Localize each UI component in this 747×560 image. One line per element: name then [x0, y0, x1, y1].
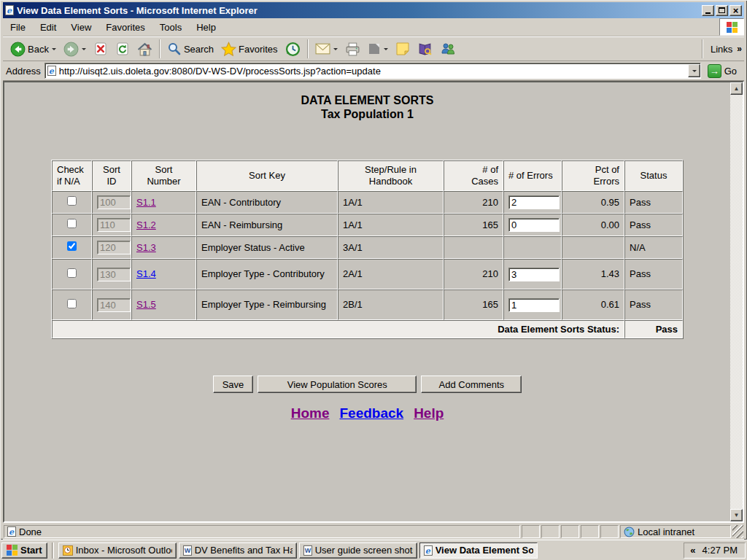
search-label: Search [184, 44, 214, 55]
tray-chevron-button[interactable]: « [690, 545, 695, 556]
save-button[interactable]: Save [213, 376, 254, 393]
back-dropdown-caret[interactable] [52, 48, 56, 50]
home-link[interactable]: Home [291, 405, 330, 421]
task-button-outlook[interactable]: Inbox - Microsoft Outlook [58, 542, 177, 559]
errors-input[interactable] [508, 268, 560, 281]
mail-dropdown-caret[interactable] [333, 48, 338, 50]
header-sort-number: Sort Number [131, 160, 196, 191]
start-button[interactable]: Start [1, 542, 47, 559]
favorites-button[interactable]: Favorites [217, 38, 281, 60]
mail-button[interactable] [311, 38, 341, 60]
print-button[interactable] [341, 38, 364, 60]
forward-icon [63, 42, 79, 57]
sort-number-link[interactable]: S1.2 [136, 219, 156, 230]
feedback-link[interactable]: Feedback [339, 405, 403, 421]
cases-cell: 165 [444, 289, 503, 320]
links-chevron-icon[interactable]: » [737, 44, 741, 54]
menu-view[interactable]: View [63, 18, 98, 36]
sort-number-link[interactable]: S1.3 [136, 242, 156, 253]
pct-cell [562, 236, 624, 259]
sort-number-link[interactable]: S1.4 [136, 268, 156, 279]
address-dropdown-button[interactable] [688, 64, 700, 77]
vertical-scrollbar[interactable]: ▲ ▼ [730, 82, 743, 521]
menu-favorites[interactable]: Favorites [98, 18, 152, 36]
window-title: View Data Element Sorts - Microsoft Inte… [17, 5, 700, 16]
na-checkbox[interactable] [67, 196, 77, 206]
resize-grip[interactable] [732, 525, 743, 538]
task-button-word-1[interactable]: W DV Benefits and Tax Han... [179, 542, 297, 559]
errors-input[interactable] [508, 218, 560, 232]
links-label[interactable]: Links [711, 44, 732, 55]
menu-tools[interactable]: Tools [152, 18, 189, 36]
forward-button[interactable] [60, 38, 90, 60]
header-num-errors: # of Errors [503, 160, 562, 191]
back-button[interactable]: Back [7, 38, 60, 60]
page-favicon-icon: e [47, 66, 56, 76]
status-empty-pane [581, 525, 599, 538]
edit-button[interactable] [364, 38, 392, 60]
status-empty-pane [561, 525, 579, 538]
status-text: Done [19, 526, 42, 537]
status-cell: N/A [624, 236, 683, 259]
go-button[interactable]: → Go [705, 64, 741, 78]
add-comments-button[interactable]: Add Comments [421, 376, 522, 393]
refresh-button[interactable] [112, 38, 133, 60]
back-icon [10, 42, 26, 57]
menu-edit[interactable]: Edit [33, 18, 63, 36]
history-button[interactable] [282, 38, 304, 60]
edit-page-icon [368, 42, 381, 55]
pct-cell: 0.00 [562, 214, 624, 236]
task-button-word-2[interactable]: W User guide screen shots ... [299, 542, 417, 559]
stop-button[interactable] [90, 38, 112, 60]
go-arrow-icon: → [708, 64, 721, 78]
scroll-down-arrow[interactable]: ▼ [730, 509, 743, 521]
errors-input[interactable] [508, 298, 560, 312]
na-checkbox[interactable] [67, 268, 77, 278]
status-empty-pane [522, 525, 540, 538]
windows-flag-icon [727, 22, 738, 33]
scroll-up-arrow[interactable]: ▲ [730, 82, 743, 95]
header-status: Status [624, 160, 683, 191]
home-icon [137, 42, 152, 57]
errors-input[interactable] [508, 195, 560, 209]
home-button[interactable] [133, 38, 156, 60]
step-rule-cell: 1A/1 [338, 191, 444, 214]
clock: 4:27 PM [703, 545, 738, 556]
task-button-ie-active[interactable]: e View Data Element So... [419, 542, 538, 559]
sort-id-input [97, 241, 131, 254]
view-population-scores-button[interactable]: View Population Scores [258, 376, 417, 393]
ie-icon: e [424, 545, 433, 556]
print-icon [345, 42, 360, 57]
step-rule-cell: 2A/1 [338, 259, 444, 289]
messenger-button[interactable] [436, 38, 460, 60]
addressbar: Address e http://uisqt2.uis.doleta.gov:8… [3, 61, 744, 81]
ie-window-icon: e [5, 5, 14, 15]
sort-id-input [97, 268, 131, 281]
address-input[interactable]: e http://uisqt2.uis.doleta.gov:8080/DV-W… [44, 63, 701, 79]
na-checkbox[interactable] [67, 219, 77, 228]
close-button[interactable]: × [729, 5, 742, 16]
maximize-button[interactable] [716, 5, 728, 16]
minimize-button[interactable] [702, 5, 714, 16]
status-cell: Pass [624, 289, 683, 320]
links-bar: Links » [699, 37, 744, 61]
menu-file[interactable]: File [3, 18, 33, 36]
sorts-status-label: Data Element Sorts Status: [52, 320, 624, 338]
page-title-line1: DATA ELEMENT SORTS [4, 93, 730, 107]
research-button[interactable] [414, 38, 436, 60]
edit-dropdown-caret[interactable] [384, 48, 388, 50]
forward-dropdown-caret[interactable] [82, 48, 86, 50]
messenger-people-icon [440, 42, 456, 56]
discuss-button[interactable] [392, 38, 414, 60]
help-link[interactable]: Help [414, 405, 444, 421]
sort-number-link[interactable]: S1.1 [136, 197, 156, 208]
address-url-text[interactable]: http://uisqt2.uis.doleta.gov:8080/DV-WS-… [59, 66, 685, 77]
menu-help[interactable]: Help [189, 18, 223, 36]
sort-number-link[interactable]: S1.5 [136, 299, 156, 310]
globe-icon [624, 526, 635, 537]
na-checkbox[interactable] [67, 241, 77, 251]
header-sort-id: Sort ID [92, 160, 131, 191]
na-checkbox[interactable] [67, 299, 77, 308]
word-icon: W [183, 545, 192, 556]
search-button[interactable]: Search [163, 38, 217, 60]
